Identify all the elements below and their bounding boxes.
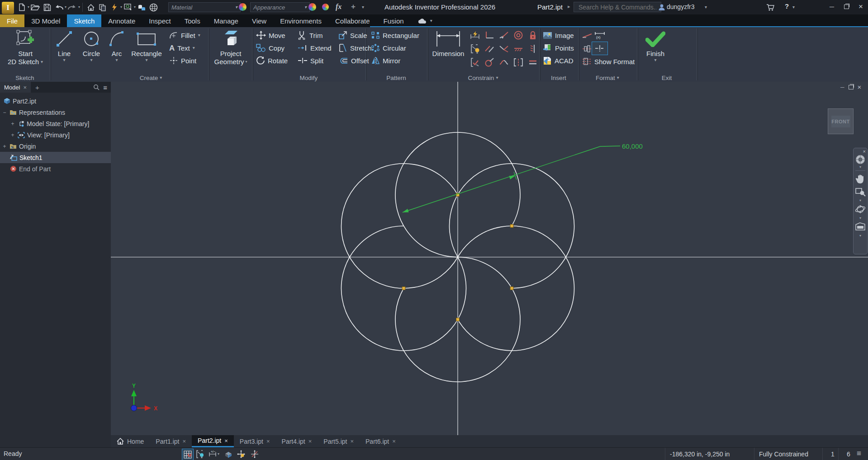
fillet-tool-button[interactable]: Fillet ▾	[169, 29, 200, 41]
window-restore-button[interactable]	[840, 1, 853, 13]
point-tool-button[interactable]: Point	[169, 55, 196, 66]
center-point-marker[interactable]	[402, 287, 405, 290]
trim-button[interactable]: Trim	[298, 29, 323, 41]
panel-footer-constrain[interactable]: Constrain▾	[427, 74, 539, 81]
auto-dimension-button[interactable]	[469, 29, 481, 41]
insert-image-button[interactable]: Image	[543, 29, 574, 41]
undo-caret[interactable]: ▾	[65, 5, 66, 9]
browser-tab-close-icon[interactable]: ×	[23, 84, 27, 91]
expand-icon[interactable]: +	[10, 132, 15, 138]
tree-item-sketch1[interactable]: Sketch1	[0, 152, 111, 163]
status-menu-icon[interactable]: ≡	[857, 449, 861, 458]
navbar-more-caret[interactable]: ▾	[859, 234, 861, 238]
material-dropdown[interactable]: Material ▾	[168, 2, 241, 12]
doc-tab-close-icon[interactable]: ×	[350, 438, 354, 445]
sketch-canvas[interactable]: 60,000YX	[111, 82, 868, 447]
doc-tab-part5[interactable]: Part5.ipt ×	[318, 435, 360, 447]
insert-acad-button[interactable]: ACAD	[543, 55, 574, 66]
show-constraints-button[interactable]	[469, 43, 481, 55]
lock-constraint-button[interactable]	[526, 29, 539, 41]
line-tool-button[interactable]: Line ▾	[52, 28, 77, 62]
adjust-material-icon[interactable]	[239, 3, 247, 11]
tab-sketch[interactable]: Sketch	[67, 14, 101, 27]
pan-tool-icon[interactable]	[855, 172, 865, 186]
browser-search-icon[interactable]	[93, 84, 100, 90]
zoom-menu-caret[interactable]: ▾	[859, 198, 861, 202]
tab-environments[interactable]: Environments	[273, 14, 328, 27]
coincident-constraint-button[interactable]	[483, 56, 496, 68]
capture-caret[interactable]: ▾	[134, 5, 136, 9]
doc-tab-part4[interactable]: Part4.ipt ×	[276, 435, 318, 447]
status-dimension-display-toggle[interactable]: +/− ▾	[207, 449, 221, 460]
tab-manage[interactable]: Manage	[207, 14, 245, 27]
tab-collaborate[interactable]: Collaborate	[328, 14, 377, 27]
scale-button[interactable]: Scale	[338, 29, 367, 41]
username-label[interactable]: dungyzfr3	[667, 3, 694, 10]
clear-appearance-icon[interactable]	[322, 4, 329, 10]
status-dof-analysis-toggle[interactable]	[249, 449, 260, 460]
component-tools-icon[interactable]	[136, 1, 147, 13]
rectangle-tool-button[interactable]: Rectangle ▾	[129, 28, 164, 62]
panel-footer-create[interactable]: Create▾	[50, 74, 252, 81]
doc-tab-part3[interactable]: Part3.ipt ×	[234, 435, 276, 447]
navbar-close-icon[interactable]: ×	[863, 149, 866, 154]
offset-button[interactable]: Offset	[338, 55, 369, 66]
qat-overflow-caret[interactable]: ▾	[362, 5, 364, 9]
centerline-toggle-button[interactable]	[592, 42, 608, 55]
rectangular-pattern-button[interactable]: Rectangular	[371, 29, 419, 41]
tree-item-model-state[interactable]: + Model State: [Primary]	[0, 118, 111, 129]
split-button[interactable]: Split	[298, 55, 323, 66]
doc-tab-close-icon[interactable]: ×	[266, 438, 270, 445]
undo-button[interactable]	[53, 1, 64, 13]
stretch-button[interactable]: Stretch	[338, 42, 372, 54]
wheel-menu-caret[interactable]: ▾	[859, 165, 861, 169]
horizontal-constraint-button[interactable]	[512, 43, 525, 55]
doc-tab-part2[interactable]: Part2.ipt ×	[192, 435, 234, 447]
center-point-marker[interactable]	[456, 318, 460, 321]
save-button[interactable]	[42, 1, 52, 13]
doc-tab-part1[interactable]: Part1.ipt ×	[150, 435, 192, 447]
rotate-button[interactable]: Rotate	[256, 55, 288, 66]
quick-launch-caret[interactable]: ▾	[120, 5, 122, 9]
user-avatar-icon[interactable]	[656, 1, 667, 13]
cart-icon[interactable]	[765, 1, 776, 13]
user-menu-caret[interactable]: ▾	[705, 5, 707, 9]
home-button[interactable]	[85, 1, 96, 13]
doc-close-button[interactable]: ×	[858, 83, 862, 91]
constraint-settings-button[interactable]	[469, 56, 481, 68]
adjust-appearance-icon[interactable]	[308, 3, 316, 11]
redo-caret[interactable]: ▾	[78, 5, 80, 9]
tab-tools[interactable]: Tools	[178, 14, 207, 27]
circular-pattern-button[interactable]: Circular	[371, 42, 406, 54]
navigation-wheel-icon[interactable]	[855, 154, 866, 165]
doc-tab-close-icon[interactable]: ×	[183, 438, 186, 445]
equal-constraint-button[interactable]	[526, 56, 539, 68]
tree-item-view[interactable]: + View: [Primary]	[0, 129, 111, 141]
help-search-box[interactable]	[574, 2, 661, 12]
project-geometry-button[interactable]: Project Geometry▾	[211, 28, 251, 66]
window-close-button[interactable]: ×	[854, 1, 868, 13]
tab-fusion[interactable]: Fusion	[377, 14, 411, 27]
orbit-tool-icon[interactable]	[855, 202, 866, 216]
capture-button[interactable]	[123, 1, 133, 13]
collinear-constraint-button[interactable]	[498, 43, 510, 55]
expand-icon[interactable]: +	[10, 121, 15, 127]
look-at-tool-icon[interactable]	[855, 220, 866, 233]
browser-add-tab-button[interactable]: +	[35, 84, 39, 91]
quick-launch-icon[interactable]	[109, 1, 120, 13]
tab-view[interactable]: View	[245, 14, 273, 27]
doc-tab-home[interactable]: Home	[111, 435, 150, 447]
show-format-button[interactable]: Show Format	[582, 56, 635, 67]
panel-footer-format[interactable]: Format▾	[578, 74, 637, 81]
symmetric-constraint-button[interactable]	[512, 56, 525, 68]
paste-button[interactable]	[97, 1, 108, 13]
move-button[interactable]: Move	[256, 29, 285, 41]
circle-tool-button[interactable]: Circle ▾	[79, 28, 104, 62]
tab-3d-model[interactable]: 3D Model	[24, 14, 67, 27]
extend-button[interactable]: Extend	[298, 42, 332, 54]
window-minimize-button[interactable]: ─	[825, 1, 839, 13]
parallel-constraint-button[interactable]	[483, 43, 496, 55]
insert-points-button[interactable]: Points	[543, 42, 574, 54]
tab-file[interactable]: File	[0, 14, 24, 27]
driven-dimension-button[interactable]: (x)	[593, 29, 606, 41]
